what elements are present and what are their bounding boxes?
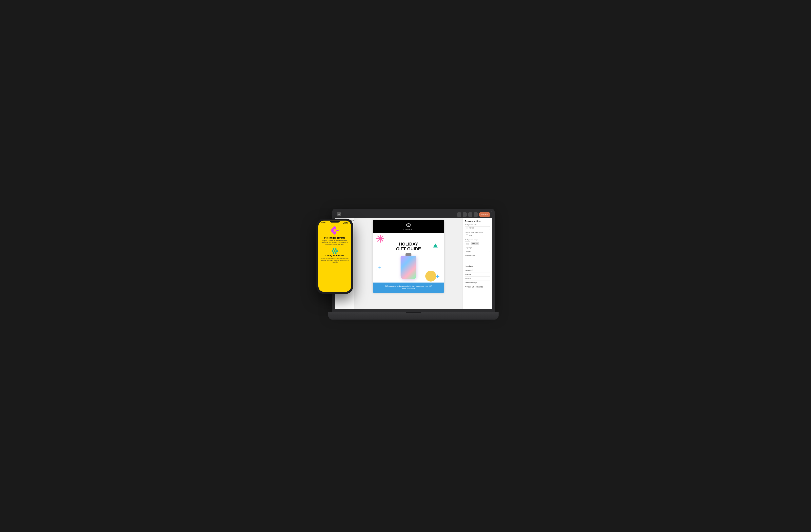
svg-point-44 <box>334 229 336 232</box>
phone-product2-name: Luxury bathrom set <box>325 255 344 257</box>
settings-menu: Headlines Paragraph Buttons Seperator Se… <box>465 264 490 289</box>
svg-line-22 <box>378 236 383 241</box>
email-logo-icon <box>375 223 442 228</box>
content-bg-value: #ffffff <box>469 234 472 237</box>
product-bottle <box>376 253 441 279</box>
svg-point-15 <box>408 224 409 226</box>
canvas-area: COMPANY <box>354 218 462 309</box>
language-label: Language <box>465 247 490 249</box>
language-select-wrapper: English Spanish French <box>465 249 490 253</box>
phone-dots-icon <box>332 248 338 254</box>
battery-icon <box>346 222 348 224</box>
email-canvas: COMPANY <box>373 220 444 293</box>
bg-image-label: Background image <box>465 239 490 241</box>
main-scene: Publish BLOCKS SECTIONS H Headline <box>317 209 494 323</box>
menu-headlines[interactable]: Headlines <box>465 264 490 268</box>
background-color-setting: Background color #f6f6f6 <box>465 224 490 230</box>
preheader-select-wrapper <box>465 257 490 261</box>
header-btn-4[interactable] <box>474 212 478 217</box>
phone-product1-name: Personalized star map <box>324 237 345 239</box>
email-footer-line1: Still searching for the perfect gifts fo… <box>376 285 441 288</box>
header-btn-3[interactable] <box>468 212 472 217</box>
change-image-button[interactable]: Change <box>471 242 479 245</box>
menu-preview-unsubscribe[interactable]: Preview & Unsubscribe <box>465 285 490 289</box>
settings-sidebar: Template settings Background color #f6f6… <box>462 218 492 309</box>
phone-product2-desc: Indulge them in ultimate comfort with a … <box>321 257 349 263</box>
header-btn-2[interactable] <box>463 212 467 217</box>
content-bg-label: Content background color <box>465 231 490 233</box>
bg-image-input-row: Change <box>465 241 490 245</box>
bg-color-label: Background color <box>465 224 490 226</box>
svg-rect-32 <box>343 223 344 224</box>
header-btn-1[interactable] <box>457 212 461 217</box>
language-select[interactable]: English Spanish French <box>465 250 490 253</box>
laptop-base <box>328 311 499 320</box>
laptop: Publish BLOCKS SECTIONS H Headline <box>332 209 494 320</box>
image-placeholder <box>465 241 470 245</box>
bg-color-swatch <box>466 227 468 229</box>
svg-rect-33 <box>344 223 344 224</box>
email-logo-text: COMPANY <box>375 228 442 230</box>
menu-seperator[interactable]: Seperator <box>465 277 490 281</box>
laptop-body: Publish BLOCKS SECTIONS H Headline <box>332 209 494 311</box>
mobile-phone: 12:45 <box>317 218 353 294</box>
svg-line-23 <box>378 236 383 241</box>
publish-button[interactable]: Publish <box>479 212 490 217</box>
background-image-setting: Background image Change <box>465 239 490 245</box>
phone-content: Personalized star map Capture a special … <box>318 224 351 292</box>
preheader-label: Preheader text <box>465 255 490 257</box>
phone-product1-desc: Capture a special moment in time with a … <box>321 240 349 245</box>
svg-rect-38 <box>348 223 349 223</box>
phone-status-bar: 12:45 <box>318 221 351 224</box>
svg-rect-34 <box>345 222 345 224</box>
content-bg-input[interactable]: #ffffff <box>465 234 490 238</box>
preheader-setting: Preheader text <box>465 255 490 261</box>
preheader-select[interactable] <box>465 258 490 261</box>
bg-color-input[interactable]: #f6f6f6 <box>465 226 490 230</box>
language-setting: Language English Spanish French <box>465 247 490 253</box>
settings-title: Template settings <box>465 220 490 222</box>
bg-color-value: #f6f6f6 <box>469 227 474 229</box>
menu-section-settings[interactable]: Section settings <box>465 281 490 285</box>
email-footer-line2: Look no further! <box>376 288 441 290</box>
phone-time: 12:45 <box>321 222 326 224</box>
app-logo-icon <box>337 212 341 217</box>
menu-buttons[interactable]: Buttons <box>465 272 490 277</box>
phone-status-icons <box>343 222 348 224</box>
content-bg-setting: Content background color #ffffff <box>465 231 490 238</box>
email-header: COMPANY <box>373 220 444 233</box>
hero-headline: HOLIDAY GIFT GUIDE <box>376 242 441 251</box>
signal-icon <box>343 222 346 224</box>
app-header: Publish <box>335 211 492 218</box>
email-hero: HOLIDAY GIFT GUIDE <box>373 233 444 283</box>
laptop-screen: Publish BLOCKS SECTIONS H Headline <box>335 211 492 309</box>
app-body: BLOCKS SECTIONS H Headline <box>335 218 492 309</box>
email-footer-section: Still searching for the perfect gifts fo… <box>373 283 444 293</box>
svg-rect-37 <box>347 222 348 223</box>
menu-paragraph[interactable]: Paragraph <box>465 268 490 272</box>
content-bg-swatch <box>466 234 468 237</box>
svg-rect-35 <box>345 222 346 224</box>
phone-star-icon <box>330 226 340 236</box>
phone-screen: 12:45 <box>318 221 351 292</box>
